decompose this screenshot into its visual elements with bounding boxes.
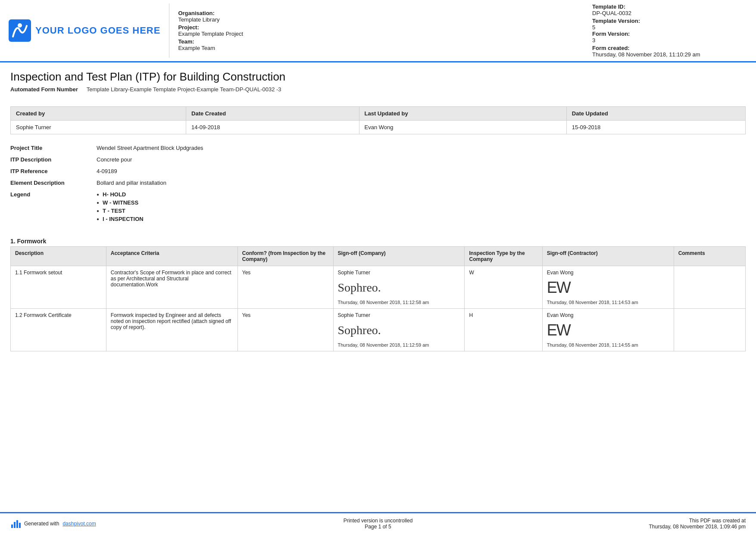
auto-form-label: Automated Form Number [10, 86, 78, 93]
dashpivot-icon [10, 518, 21, 529]
row1-comments [674, 266, 745, 309]
legend-item-2: T - TEST [97, 208, 144, 214]
meta-created-by: Sophie Turner [11, 121, 186, 134]
footer-pdf-created-text: This PDF was created at [500, 518, 746, 524]
row1-company-sig: Sophreo. [338, 277, 460, 298]
header-meta-center: Organisation: Template Library Project: … [178, 3, 584, 58]
itp-ref-row: ITP Reference 4-09189 [10, 168, 746, 174]
meta-header-created-by: Created by [11, 107, 186, 121]
row1-contractor-date: Thursday, 08 November 2018, 11:14:53 am [547, 300, 669, 305]
template-id-label: Template ID: [592, 3, 747, 10]
row2-company-sig: Sophreo. [338, 320, 460, 341]
col-header-conform: Conform? (from Inspection by the Company… [237, 247, 333, 266]
form-created-line: Form created: Thursday, 08 November 2018… [592, 45, 747, 58]
element-desc-value: Bollard and pillar installation [97, 180, 166, 186]
team-label: Team: [178, 38, 584, 45]
legend-item-3: I - INSPECTION [97, 216, 144, 222]
col-header-signoff-contractor: Sign-off (Contractor) [542, 247, 674, 266]
org-label: Organisation: [178, 10, 584, 16]
page-header: YOUR LOGO GOES HERE Organisation: Templa… [0, 0, 756, 62]
col-header-insp-type: Inspection Type by the Company [465, 247, 542, 266]
svg-rect-4 [16, 520, 18, 528]
element-desc-row: Element Description Bollard and pillar i… [10, 180, 746, 186]
element-desc-label: Element Description [10, 180, 97, 186]
page-footer: Generated with dashpivot.com Printed ver… [0, 512, 756, 534]
svg-rect-5 [19, 523, 21, 528]
page-title: Inspection and Test Plan (ITP) for Build… [10, 70, 746, 84]
org-value: Template Library [178, 16, 584, 23]
svg-rect-2 [11, 525, 13, 528]
org-line: Organisation: Template Library [178, 10, 584, 23]
footer-pdf-created-date: Thursday, 08 November 2018, 1:09:46 pm [500, 524, 746, 530]
project-title-value: Wendel Street Apartment Block Updgrades [97, 145, 203, 151]
svg-point-1 [18, 23, 22, 28]
meta-header-last-updated-by: Last Updated by [359, 107, 566, 121]
main-table: Description Acceptance Criteria Conform?… [10, 246, 746, 351]
row2-signoff-contractor: Evan Wong EW Thursday, 08 November 2018,… [542, 309, 674, 351]
header-meta-right: Template ID: DP-QUAL-0032 Template Versi… [592, 3, 747, 58]
table-row-1: 1.1 Formwork setout Contractor's Scope o… [11, 266, 746, 309]
row1-acceptance: Contractor's Scope of Formwork in place … [106, 266, 237, 309]
logo-text: YOUR LOGO GOES HERE [35, 25, 160, 36]
footer-right: This PDF was created at Thursday, 08 Nov… [500, 518, 746, 530]
row2-company-date: Thursday, 08 November 2018, 11:12:59 am [338, 342, 460, 348]
col-header-acceptance: Acceptance Criteria [106, 247, 237, 266]
section1-heading: 1. Formwork [0, 233, 756, 246]
svg-rect-3 [14, 522, 16, 528]
footer-left: Generated with dashpivot.com [10, 518, 256, 529]
col-header-description: Description [11, 247, 106, 266]
row2-description: 1.2 Formwork Certificate [11, 309, 106, 351]
row1-signoff-contractor: Evan Wong EW Thursday, 08 November 2018,… [542, 266, 674, 309]
auto-form-row: Automated Form Number Template Library-E… [10, 86, 746, 93]
logo-area: YOUR LOGO GOES HERE [9, 3, 169, 58]
row2-conform: Yes [237, 309, 333, 351]
itp-desc-label: ITP Description [10, 156, 97, 163]
meta-last-updated-by: Evan Wong [359, 121, 566, 134]
row2-contractor-name: Evan Wong [547, 312, 669, 318]
row1-company-date: Thursday, 08 November 2018, 11:12:58 am [338, 300, 460, 305]
project-title-row: Project Title Wendel Street Apartment Bl… [10, 145, 746, 151]
team-line: Team: Example Team [178, 38, 584, 51]
page-title-area: Inspection and Test Plan (ITP) for Build… [0, 62, 756, 99]
footer-printed-text: Printed version is uncontrolled [256, 518, 501, 524]
dashpivot-link[interactable]: dashpivot.com [62, 521, 96, 527]
info-section: Project Title Wendel Street Apartment Bl… [0, 141, 756, 233]
project-label: Project: [178, 24, 584, 31]
project-line: Project: Example Template Project [178, 24, 584, 37]
row2-contractor-sig: EW [547, 320, 669, 341]
meta-date-updated: 15-09-2018 [566, 121, 745, 134]
meta-table-row: Sophie Turner 14-09-2018 Evan Wong 15-09… [11, 121, 746, 134]
meta-table: Created by Date Created Last Updated by … [10, 106, 746, 134]
form-created-label: Form created: [592, 45, 747, 51]
row1-company-name: Sophie Turner [338, 270, 460, 276]
project-value: Example Template Project [178, 31, 584, 37]
meta-header-date-created: Date Created [186, 107, 359, 121]
version-line: Template Version: 5 Form Version: 3 [592, 18, 747, 43]
form-created-value: Thursday, 08 November 2018, 11:10:29 am [592, 51, 747, 58]
legend-list: H- HOLD W - WITNESS T - TEST I - INSPECT… [97, 191, 144, 224]
row1-contractor-sig: EW [547, 277, 669, 298]
row2-contractor-date: Thursday, 08 November 2018, 11:14:55 am [547, 342, 669, 348]
row2-signoff-company: Sophie Turner Sophreo. Thursday, 08 Nove… [333, 309, 465, 351]
row2-acceptance: Formwork inspected by Engineer and all d… [106, 309, 237, 351]
row1-description: 1.1 Formwork setout [11, 266, 106, 309]
row1-signoff-company: Sophie Turner Sophreo. Thursday, 08 Nove… [333, 266, 465, 309]
itp-desc-row: ITP Description Concrete pour [10, 156, 746, 163]
legend-item-0: H- HOLD [97, 191, 144, 198]
itp-ref-value: 4-09189 [97, 168, 117, 174]
meta-header-date-updated: Date Updated [566, 107, 745, 121]
project-title-label: Project Title [10, 145, 97, 151]
row2-comments [674, 309, 745, 351]
row1-insp-type: W [465, 266, 542, 309]
template-id-line: Template ID: DP-QUAL-0032 [592, 3, 747, 16]
legend-item-1: W - WITNESS [97, 199, 144, 206]
meta-date-created: 14-09-2018 [186, 121, 359, 134]
row1-conform: Yes [237, 266, 333, 309]
form-version-label: Form Version: [592, 31, 747, 37]
row1-contractor-name: Evan Wong [547, 270, 669, 276]
row2-insp-type: H [465, 309, 542, 351]
row2-company-name: Sophie Turner [338, 312, 460, 318]
form-version-value: 3 [592, 37, 747, 43]
team-value: Example Team [178, 45, 584, 51]
col-header-signoff-company: Sign-off (Company) [333, 247, 465, 266]
